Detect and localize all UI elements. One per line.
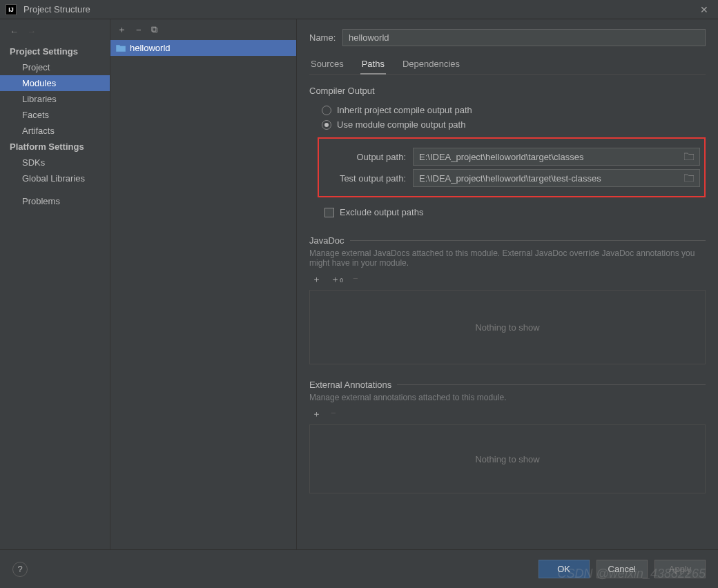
ext-ann-empty-text: Nothing to show (475, 454, 539, 464)
radio-icon (322, 106, 331, 115)
nav-problems[interactable]: Problems (0, 186, 110, 209)
forward-arrow-icon[interactable]: → (27, 26, 36, 37)
apply-button[interactable]: Apply (654, 560, 706, 578)
javadoc-desc: Manage external JavaDocs attached to thi… (309, 248, 706, 268)
divider (397, 384, 706, 385)
details-panel: Name: Sources Paths Dependencies Compile… (297, 19, 718, 549)
module-row-helloworld[interactable]: helloworld (110, 40, 296, 56)
back-arrow-icon[interactable]: ← (10, 26, 19, 37)
nav-libraries[interactable]: Libraries (0, 91, 110, 107)
window-title: Project Structure (23, 4, 696, 14)
app-icon: IJ (6, 4, 17, 15)
output-path-value: E:\IDEA_project\helloworld\target\classe… (419, 152, 583, 162)
nav-modules[interactable]: Modules (0, 75, 110, 91)
nav-global-libraries[interactable]: Global Libraries (0, 170, 110, 186)
tab-dependencies[interactable]: Dependencies (401, 56, 461, 74)
ext-ann-add-icon[interactable]: ＋ (312, 408, 321, 420)
browse-icon[interactable] (684, 152, 694, 162)
help-button[interactable]: ? (12, 562, 28, 577)
nav-project[interactable]: Project (0, 59, 110, 75)
ext-ann-desc: Manage external annotations attached to … (309, 393, 706, 402)
radio-use-module-label: Use module compile output path (337, 119, 465, 130)
remove-module-icon[interactable]: − (136, 25, 142, 35)
radio-inherit[interactable]: Inherit project compile output path (309, 103, 706, 117)
copy-module-icon[interactable]: ⧉ (151, 24, 157, 35)
javadoc-remove-icon[interactable]: − (353, 273, 358, 286)
nav-sdks[interactable]: SDKs (0, 155, 110, 170)
add-module-icon[interactable]: ＋ (117, 23, 126, 36)
close-icon[interactable]: ✕ (696, 4, 712, 15)
cancel-button[interactable]: Cancel (596, 560, 648, 578)
ok-button[interactable]: OK (538, 560, 590, 578)
output-path-label: Output path: (323, 152, 413, 162)
sidebar: ← → Project Settings Project Modules Lib… (0, 19, 110, 549)
tab-sources[interactable]: Sources (309, 56, 345, 74)
test-output-path-field[interactable]: E:\IDEA_project\helloworld\target\test-c… (413, 169, 700, 187)
test-output-path-value: E:\IDEA_project\helloworld\target\test-c… (419, 173, 601, 184)
javadoc-title: JavaDoc (309, 235, 345, 246)
ext-ann-empty: Nothing to show (309, 424, 706, 493)
radio-use-module[interactable]: Use module compile output path (309, 117, 706, 132)
folder-icon (116, 44, 126, 52)
ext-ann-title: External Annotations (309, 380, 391, 390)
section-project-settings: Project Settings (0, 43, 110, 59)
exclude-output-checkbox[interactable]: Exclude output paths (309, 204, 706, 220)
checkbox-icon (324, 208, 334, 217)
module-name: helloworld (130, 43, 171, 53)
output-path-field[interactable]: E:\IDEA_project\helloworld\target\classe… (413, 148, 700, 166)
radio-icon (322, 120, 331, 130)
section-platform-settings: Platform Settings (0, 139, 110, 155)
exclude-output-label: Exclude output paths (340, 207, 423, 217)
module-name-input[interactable] (342, 29, 706, 46)
dialog-footer: ? OK Cancel Apply (0, 549, 718, 588)
external-annotations-section: External Annotations Manage external ann… (309, 380, 706, 493)
browse-icon[interactable] (684, 173, 694, 184)
compiler-output-title: Compiler Output (309, 86, 706, 96)
nav-artifacts[interactable]: Artifacts (0, 123, 110, 139)
javadoc-empty-text: Nothing to show (475, 322, 539, 333)
divider (350, 240, 706, 241)
nav-facets[interactable]: Facets (0, 107, 110, 123)
module-list-panel: ＋ − ⧉ helloworld (110, 19, 297, 549)
radio-inherit-label: Inherit project compile output path (337, 105, 472, 115)
javadoc-add-icon[interactable]: ＋ (312, 273, 321, 286)
tab-paths[interactable]: Paths (360, 56, 386, 75)
javadoc-empty: Nothing to show (309, 290, 706, 364)
test-output-path-label: Test output path: (323, 173, 413, 184)
detail-tabs: Sources Paths Dependencies (309, 56, 706, 75)
output-paths-highlight: Output path: E:\IDEA_project\helloworld\… (318, 137, 706, 197)
javadoc-add-url-icon[interactable]: ＋₀ (331, 273, 343, 286)
ext-ann-remove-icon[interactable]: − (331, 408, 336, 420)
name-label: Name: (309, 32, 342, 43)
javadoc-section: JavaDoc Manage external JavaDocs attache… (309, 235, 706, 364)
